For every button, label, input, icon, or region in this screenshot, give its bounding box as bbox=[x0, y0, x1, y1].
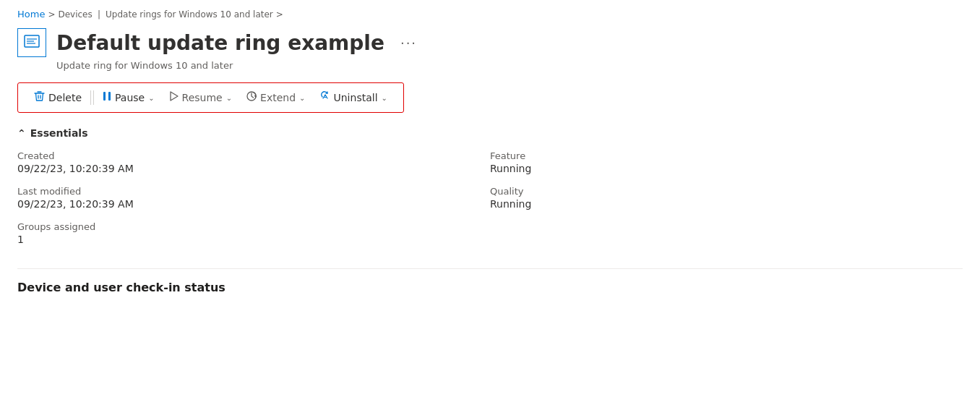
uninstall-chevron-icon: ⌄ bbox=[382, 94, 387, 102]
page-header: Default update ring example ··· bbox=[17, 28, 963, 57]
last-modified-value: 09/22/23, 10:20:39 AM bbox=[17, 198, 490, 210]
pause-button[interactable]: Pause ⌄ bbox=[95, 88, 162, 107]
uninstall-button[interactable]: Uninstall ⌄ bbox=[313, 88, 395, 107]
page-icon bbox=[17, 28, 46, 57]
essentials-label: Essentials bbox=[30, 127, 88, 139]
extend-icon bbox=[246, 91, 257, 104]
feature-value: Running bbox=[490, 163, 963, 174]
toolbar: Delete Pause ⌄ Resume ⌄ bbox=[17, 82, 404, 113]
toolbar-sep-2 bbox=[93, 90, 94, 105]
extend-label: Extend bbox=[260, 92, 296, 103]
essentials-chevron-icon: ⌃ bbox=[17, 127, 26, 139]
delete-icon bbox=[34, 90, 45, 105]
more-options-button[interactable]: ··· bbox=[395, 33, 423, 54]
groups-assigned-label: Groups assigned bbox=[17, 221, 490, 232]
page-subtitle: Update ring for Windows 10 and later bbox=[56, 60, 963, 71]
delete-button[interactable]: Delete bbox=[27, 88, 89, 108]
breadcrumb-devices[interactable]: Devices | Update rings for Windows 10 an… bbox=[58, 9, 272, 20]
quality-item: Quality Running bbox=[490, 186, 963, 210]
created-value: 09/22/23, 10:20:39 AM bbox=[17, 163, 490, 174]
pause-icon bbox=[103, 91, 111, 104]
extend-button[interactable]: Extend ⌄ bbox=[239, 88, 312, 107]
resume-label: Resume bbox=[182, 92, 223, 103]
essentials-grid: Created 09/22/23, 10:20:39 AM Last modif… bbox=[17, 150, 963, 257]
last-modified-label: Last modified bbox=[17, 186, 490, 197]
feature-item: Feature Running bbox=[490, 150, 963, 174]
breadcrumb-sep1: > bbox=[48, 9, 55, 20]
toolbar-sep-1 bbox=[90, 90, 91, 105]
feature-label: Feature bbox=[490, 150, 963, 161]
last-modified-item: Last modified 09/22/23, 10:20:39 AM bbox=[17, 186, 490, 210]
groups-assigned-item: Groups assigned 1 bbox=[17, 221, 490, 245]
svg-rect-6 bbox=[103, 92, 106, 101]
pause-label: Pause bbox=[115, 92, 145, 103]
svg-marker-8 bbox=[171, 92, 178, 101]
uninstall-icon bbox=[320, 91, 330, 104]
extend-chevron-icon: ⌄ bbox=[299, 94, 305, 102]
breadcrumb-sep2: > bbox=[276, 9, 283, 20]
delete-label: Delete bbox=[48, 92, 82, 103]
resume-button[interactable]: Resume ⌄ bbox=[162, 88, 240, 107]
quality-label: Quality bbox=[490, 186, 963, 197]
check-in-status-title: Device and user check-in status bbox=[17, 281, 963, 294]
pause-chevron-icon: ⌄ bbox=[148, 94, 154, 102]
groups-assigned-value: 1 bbox=[17, 234, 490, 245]
uninstall-label: Uninstall bbox=[334, 92, 378, 103]
breadcrumb-home[interactable]: Home bbox=[17, 9, 45, 20]
page-title: Default update ring example bbox=[56, 31, 384, 55]
breadcrumb: Home > Devices | Update rings for Window… bbox=[17, 9, 963, 20]
section-divider bbox=[17, 268, 963, 269]
essentials-right-col: Feature Running Quality Running bbox=[490, 150, 963, 257]
essentials-header[interactable]: ⌃ Essentials bbox=[17, 127, 963, 139]
essentials-left-col: Created 09/22/23, 10:20:39 AM Last modif… bbox=[17, 150, 490, 257]
resume-icon bbox=[169, 91, 179, 104]
svg-rect-7 bbox=[108, 92, 111, 101]
created-item: Created 09/22/23, 10:20:39 AM bbox=[17, 150, 490, 174]
resume-chevron-icon: ⌄ bbox=[226, 94, 232, 102]
essentials-section: ⌃ Essentials Created 09/22/23, 10:20:39 … bbox=[17, 127, 963, 257]
created-label: Created bbox=[17, 150, 490, 161]
quality-value: Running bbox=[490, 198, 963, 210]
